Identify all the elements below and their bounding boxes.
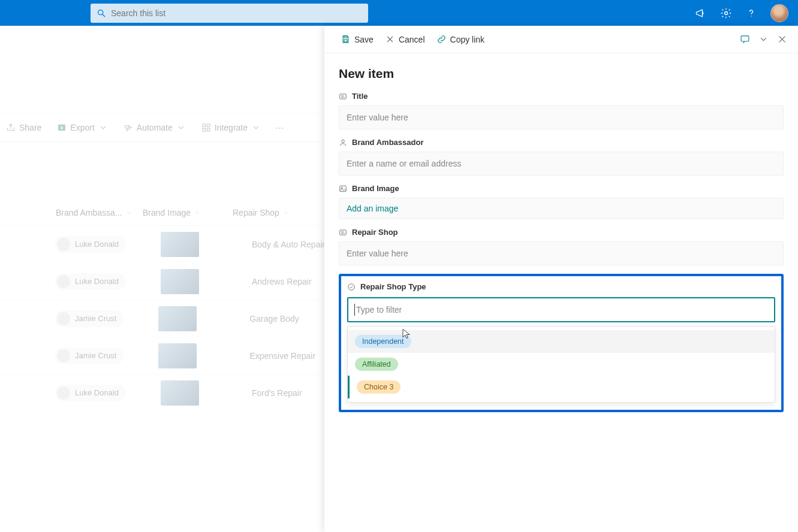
chevron-down-icon xyxy=(126,210,132,216)
svg-point-3 xyxy=(751,16,751,16)
brand-image-thumbnail xyxy=(158,343,197,368)
integrate-button[interactable]: Integrate xyxy=(195,119,267,136)
choice-icon xyxy=(347,283,356,291)
option-pill: Independent xyxy=(355,335,411,348)
save-label: Save xyxy=(354,35,374,44)
col-shop-label: Repair Shop xyxy=(233,208,279,217)
shop-placeholder: Enter value here xyxy=(347,249,408,258)
svg-rect-17 xyxy=(340,93,347,98)
save-button[interactable]: Save xyxy=(335,31,380,48)
shop-type-dropdown: IndependentAffiliatedChoice 3 xyxy=(347,326,775,403)
field-ambassador: Brand Ambassador Enter a name or email a… xyxy=(339,138,784,176)
export-label: Export xyxy=(70,123,94,132)
image-icon xyxy=(339,185,347,193)
title-input[interactable]: Enter value here xyxy=(339,105,784,129)
overflow-menu[interactable]: ··· xyxy=(270,122,289,134)
person-icon xyxy=(339,138,347,147)
field-shop: Repair Shop Enter value here xyxy=(339,228,784,265)
add-image-link[interactable]: Add an image xyxy=(339,198,784,219)
field-image-label: Brand Image xyxy=(352,184,399,193)
field-ambassador-label: Brand Ambassador xyxy=(352,138,423,147)
panel-title: New item xyxy=(339,66,784,81)
brand-image-thumbnail xyxy=(161,269,199,294)
shop-cell: Body & Auto Repair xyxy=(252,240,325,249)
svg-rect-23 xyxy=(340,229,347,234)
person-name: Luke Donald xyxy=(75,277,119,286)
chevron-down-icon[interactable] xyxy=(758,34,769,44)
avatar xyxy=(57,275,70,288)
svg-rect-10 xyxy=(344,36,347,38)
col-ambassador-label: Brand Ambassa... xyxy=(56,208,122,217)
person-pill: Luke Donald xyxy=(55,385,126,401)
shop-type-placeholder: Type to filter xyxy=(356,305,402,315)
feedback-icon[interactable] xyxy=(740,34,750,44)
svg-rect-14 xyxy=(741,36,749,41)
shop-type-input[interactable]: Type to filter xyxy=(347,297,775,322)
svg-point-0 xyxy=(98,10,103,14)
person-pill: Jamie Crust xyxy=(55,347,124,364)
svg-rect-8 xyxy=(203,128,206,131)
svg-rect-7 xyxy=(207,124,210,127)
field-title: Title Enter value here xyxy=(339,92,784,129)
shop-type-option[interactable]: Independent xyxy=(348,330,775,353)
panel-toolbar: Save Cancel Copy link xyxy=(324,26,798,53)
share-button[interactable]: Share xyxy=(0,119,47,136)
svg-text:X: X xyxy=(61,126,64,130)
field-shop-type-label: Repair Shop Type xyxy=(360,282,426,291)
search-input[interactable] xyxy=(111,8,362,18)
help-icon[interactable] xyxy=(745,7,757,19)
option-pill: Choice 3 xyxy=(357,380,400,394)
copy-link-button[interactable]: Copy link xyxy=(431,31,491,48)
cancel-button[interactable]: Cancel xyxy=(380,31,431,48)
person-pill: Jamie Crust xyxy=(55,310,124,327)
search-icon xyxy=(97,8,106,18)
person-name: Luke Donald xyxy=(75,388,119,397)
avatar xyxy=(57,312,70,325)
chevron-down-icon xyxy=(98,123,108,132)
svg-rect-11 xyxy=(344,40,347,42)
col-ambassador[interactable]: Brand Ambassa... xyxy=(56,208,143,217)
cancel-label: Cancel xyxy=(399,35,425,44)
person-pill: Luke Donald xyxy=(55,273,126,290)
close-icon[interactable] xyxy=(777,34,787,44)
integrate-label: Integrate xyxy=(215,123,248,132)
suite-bar xyxy=(0,0,798,26)
chevron-down-icon xyxy=(251,123,261,132)
copy-link-label: Copy link xyxy=(450,35,485,44)
chevron-down-icon xyxy=(194,210,200,216)
col-image[interactable]: Brand Image xyxy=(143,208,233,217)
brand-image-thumbnail xyxy=(161,232,199,257)
person-name: Jamie Crust xyxy=(75,314,116,323)
user-avatar[interactable] xyxy=(770,4,788,22)
ambassador-input[interactable]: Enter a name or email address xyxy=(339,152,784,176)
megaphone-icon[interactable] xyxy=(695,7,707,19)
person-name: Luke Donald xyxy=(75,240,119,249)
option-pill: Affiliated xyxy=(355,358,398,371)
svg-rect-6 xyxy=(203,124,206,127)
svg-point-20 xyxy=(342,140,345,143)
gear-icon[interactable] xyxy=(720,7,732,19)
shop-type-option[interactable]: Choice 3 xyxy=(348,376,775,398)
shop-input[interactable]: Enter value here xyxy=(339,241,784,265)
text-icon xyxy=(339,92,347,101)
chevron-down-icon xyxy=(283,210,289,216)
avatar xyxy=(57,386,70,400)
avatar xyxy=(57,238,70,251)
field-shop-label: Repair Shop xyxy=(352,228,398,237)
automate-label: Automate xyxy=(137,123,173,132)
shop-cell: Ford's Repair xyxy=(252,388,302,398)
brand-image-thumbnail xyxy=(161,380,199,406)
col-shop[interactable]: Repair Shop xyxy=(233,208,335,217)
shop-cell: Andrews Repair xyxy=(252,277,312,286)
share-label: Share xyxy=(19,123,41,132)
search-box[interactable] xyxy=(91,4,368,23)
title-placeholder: Enter value here xyxy=(347,113,408,122)
svg-rect-21 xyxy=(340,186,347,191)
new-item-panel: Save Cancel Copy link New item Title Ent… xyxy=(324,26,798,532)
shop-type-option[interactable]: Affiliated xyxy=(348,353,775,376)
export-button[interactable]: X Export xyxy=(51,119,113,136)
ambassador-placeholder: Enter a name or email address xyxy=(347,159,461,168)
automate-button[interactable]: Automate xyxy=(118,119,192,136)
svg-rect-9 xyxy=(207,128,210,131)
text-icon xyxy=(339,228,347,237)
